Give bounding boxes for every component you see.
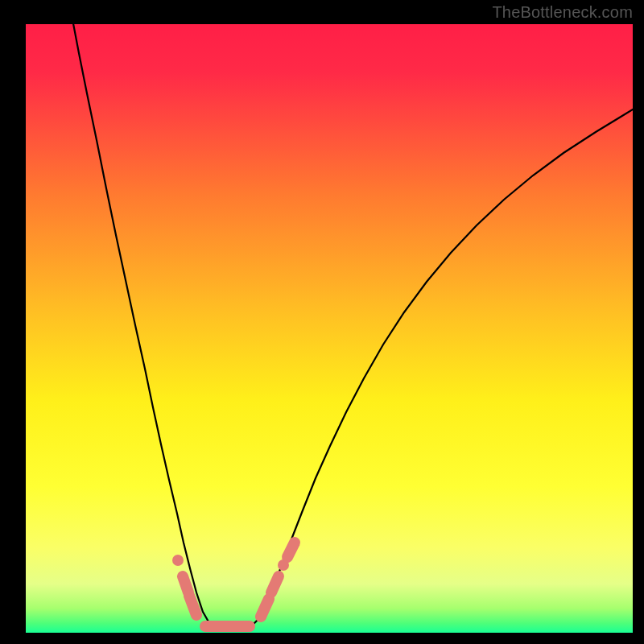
svg-point-0	[172, 555, 184, 566]
plot-area	[26, 24, 633, 633]
watermark-text: TheBottleneck.com	[492, 3, 633, 22]
svg-line-1	[183, 576, 188, 592]
chart-svg	[26, 24, 633, 633]
svg-line-2	[189, 596, 196, 615]
svg-line-4	[261, 599, 269, 617]
gradient-background	[26, 24, 633, 633]
chart-container: TheBottleneck.com	[0, 0, 644, 644]
svg-line-7	[287, 543, 295, 557]
svg-line-5	[271, 576, 279, 592]
